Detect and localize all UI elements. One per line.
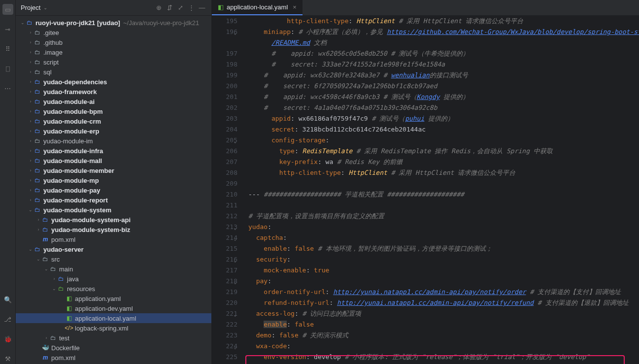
- project-dropdown-icon[interactable]: ⌄: [43, 5, 47, 10]
- tree-node[interactable]: ⌄🗀ruoyi-vue-pro-jdk21 [yudao]~/Java/ruoy…: [16, 18, 211, 28]
- fold-icon[interactable]: ⌄: [231, 309, 236, 320]
- code-line[interactable]: # 芋道配置项，设置当前项目所有自定义的配置: [248, 211, 639, 222]
- code-content[interactable]: http-client-type: HttpClient # 采用 HttpCl…: [246, 16, 639, 364]
- code-line[interactable]: captcha:: [248, 232, 639, 243]
- disclosure-icon[interactable]: ›: [43, 335, 49, 340]
- structure-tool-icon[interactable]: ⠿: [2, 43, 13, 54]
- disclosure-icon[interactable]: ›: [28, 158, 34, 163]
- tree-node[interactable]: ›🗀script: [16, 57, 211, 67]
- tree-node[interactable]: ›🗀yudao-module-ai: [16, 97, 211, 106]
- tree-node[interactable]: ◧application-local.yaml: [16, 313, 211, 323]
- more-tool-icon[interactable]: ⋯: [2, 83, 13, 94]
- tree-node[interactable]: ›🗀yudao-module-mp: [16, 175, 211, 185]
- code-line[interactable]: mock-enable: true: [248, 265, 639, 276]
- code-line[interactable]: [248, 178, 639, 189]
- disclosure-icon[interactable]: ›: [28, 89, 34, 94]
- code-line[interactable]: # appid: wx62056c0d5e8db250 # 测试号（牛希尧提供的…: [248, 48, 639, 59]
- tree-node[interactable]: ›🗀yudao-dependencies: [16, 77, 211, 87]
- disclosure-icon[interactable]: ›: [28, 60, 34, 65]
- code-line[interactable]: refund-notify-url: http://yunai.natapp1.…: [248, 298, 639, 308]
- code-line[interactable]: security:: [248, 254, 639, 265]
- tree-node[interactable]: ›🗀yudao-module-erp: [16, 126, 211, 136]
- tree-node[interactable]: ⌄🗀yudao-module-system: [16, 205, 211, 215]
- hide-icon[interactable]: —: [198, 4, 206, 11]
- tree-node[interactable]: 🐳Dockerfile: [16, 343, 211, 353]
- disclosure-icon[interactable]: ⌄: [28, 247, 34, 252]
- build-tool-icon[interactable]: ⚒: [2, 353, 13, 364]
- project-tree[interactable]: ⌄🗀ruoyi-vue-pro-jdk21 [yudao]~/Java/ruoy…: [16, 16, 211, 364]
- debug-tool-icon[interactable]: 🐞: [2, 333, 13, 344]
- tree-node[interactable]: ›🗀yudao-module-pay: [16, 185, 211, 195]
- disclosure-icon[interactable]: ›: [28, 178, 34, 183]
- fold-icon[interactable]: ⌄: [231, 136, 236, 147]
- tree-node[interactable]: ›🗀sql: [16, 67, 211, 77]
- tree-node[interactable]: ›🗀yudao-module-member: [16, 165, 211, 175]
- tree-node[interactable]: ›🗀yudao-module-mall: [16, 156, 211, 165]
- disclosure-icon[interactable]: ›: [28, 50, 34, 55]
- code-line[interactable]: order-notify-url: http://yunai.natapp1.c…: [248, 287, 639, 298]
- code-line[interactable]: # secret: 4a1a04e07f6a4a0751b39c3064a92c…: [248, 102, 639, 113]
- code-line[interactable]: type: RedisTemplate # 采用 RedisTemplate 操…: [248, 146, 639, 157]
- code-line[interactable]: access-log: # 访问日志的配置项: [248, 308, 639, 319]
- disclosure-icon[interactable]: ⌄: [51, 286, 57, 291]
- tree-node[interactable]: ›🗀yudao-module-report: [16, 195, 211, 205]
- disclosure-icon[interactable]: ⌄: [43, 266, 49, 271]
- code-line[interactable]: /README.md 文档: [248, 37, 639, 48]
- code-line[interactable]: --- #################### 芋道相关配置 ########…: [248, 189, 639, 200]
- disclosure-icon[interactable]: ›: [28, 129, 34, 133]
- collapse-icon[interactable]: ⤢: [176, 4, 185, 11]
- code-line[interactable]: # appid: wx63c280fe3248a3e7 # wenhualian…: [248, 70, 639, 81]
- tree-node[interactable]: ›🗀yudao-module-crm: [16, 116, 211, 126]
- commit-tool-icon[interactable]: ⊸: [2, 24, 13, 34]
- disclosure-icon[interactable]: ›: [28, 109, 34, 114]
- code-line[interactable]: # secret: 6f270509224a7ae1296bbf1c8cb97a…: [248, 81, 639, 92]
- bookmark-tool-icon[interactable]: ⎕: [2, 63, 13, 74]
- disclosure-icon[interactable]: ›: [28, 79, 34, 84]
- tree-node[interactable]: ›🗀.image: [16, 47, 211, 57]
- tree-node[interactable]: ›🗀.gitee: [16, 28, 211, 37]
- code-line[interactable]: pay:: [248, 276, 639, 287]
- tree-node[interactable]: ⌄🗀main: [16, 264, 211, 274]
- close-icon[interactable]: ×: [293, 3, 297, 11]
- fold-icon[interactable]: ⌄: [231, 277, 236, 288]
- code-line[interactable]: demo: false # 关闭演示模式: [248, 330, 639, 341]
- disclosure-icon[interactable]: ⌄: [20, 20, 26, 25]
- tree-node[interactable]: mpom.xml: [16, 234, 211, 244]
- options-icon[interactable]: ⋮: [187, 4, 196, 11]
- code-line[interactable]: appid: wx66186af0759f47c9 # 测试号（puhui 提供…: [248, 113, 639, 124]
- disclosure-icon[interactable]: ›: [28, 138, 34, 143]
- disclosure-icon[interactable]: ⌄: [28, 207, 34, 212]
- code-line[interactable]: [248, 200, 639, 211]
- code-line[interactable]: enable: false: [248, 319, 639, 330]
- tree-node[interactable]: ›🗀yudao-module-im: [16, 136, 211, 146]
- disclosure-icon[interactable]: ⌄: [35, 257, 41, 262]
- disclosure-icon[interactable]: ›: [28, 198, 34, 202]
- tree-node[interactable]: ›🗀yudao-module-system-api: [16, 215, 211, 225]
- tree-node[interactable]: ›🗀yudao-module-system-biz: [16, 225, 211, 234]
- disclosure-icon[interactable]: ›: [28, 119, 34, 124]
- project-tool-icon[interactable]: ▭: [2, 4, 13, 15]
- code-line[interactable]: yudao:: [248, 222, 639, 232]
- tree-node[interactable]: ›🗀yudao-module-bpm: [16, 106, 211, 116]
- code-line[interactable]: http-client-type: HttpClient # 采用 HttpCl…: [248, 167, 639, 178]
- tree-node[interactable]: mpom.xml: [16, 353, 211, 363]
- project-title[interactable]: Project: [21, 4, 40, 11]
- vcs-tool-icon[interactable]: ⎇: [2, 314, 13, 325]
- locate-icon[interactable]: ⊕: [154, 4, 163, 11]
- tree-node[interactable]: ◧application.yaml: [16, 294, 211, 303]
- code-line[interactable]: # appid: wxc4598c446f8a9cb3 # 测试号（Kongdy…: [248, 92, 639, 102]
- fold-icon[interactable]: ⌄: [231, 233, 236, 244]
- tree-node[interactable]: </>logback-spring.xml: [16, 323, 211, 333]
- editor-tab[interactable]: ◧ application-local.yaml ×: [212, 0, 303, 15]
- disclosure-icon[interactable]: ›: [35, 227, 41, 232]
- disclosure-icon[interactable]: ›: [51, 276, 57, 281]
- fold-icon[interactable]: ⌄: [231, 223, 236, 233]
- tree-node[interactable]: ⌄🗀yudao-server: [16, 244, 211, 254]
- code-line[interactable]: env-version: develop # 小程序版本: 正式版为 "rele…: [248, 352, 639, 363]
- code-line[interactable]: http-client-type: HttpClient # 采用 HttpCl…: [248, 16, 639, 27]
- disclosure-icon[interactable]: ›: [28, 188, 34, 193]
- expand-icon[interactable]: ⇵: [165, 4, 174, 11]
- fold-icon[interactable]: ⌄: [231, 255, 236, 266]
- code-line[interactable]: enable: false # 本地环境，暂时关闭图片验证码，方便登录等接口的测…: [248, 243, 639, 254]
- tree-node[interactable]: ›🗀yudao-framework: [16, 87, 211, 97]
